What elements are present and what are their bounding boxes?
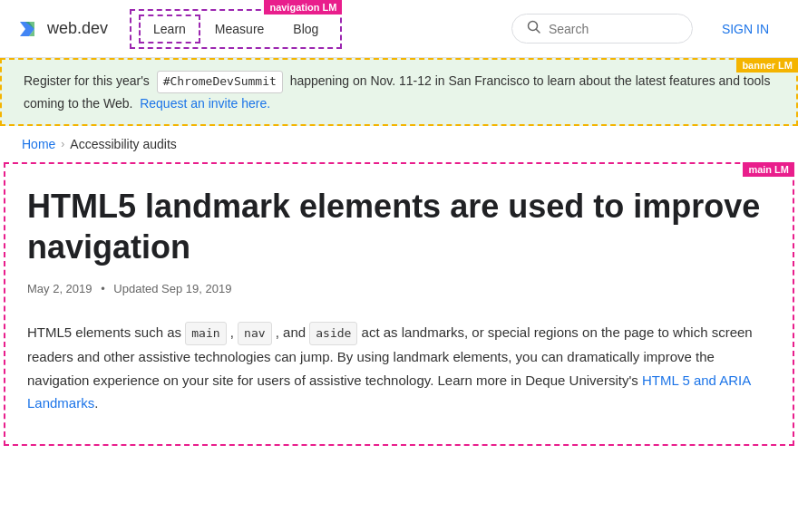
nav-measure[interactable]: Measure: [200, 15, 278, 44]
banner-hashtag: #ChromeDevSummit: [157, 71, 283, 93]
banner-text: Register for this year's #ChromeDevSummi…: [24, 71, 774, 113]
nav-blog[interactable]: Blog: [278, 15, 333, 44]
breadcrumb: Home › Accessibility audits: [0, 126, 798, 162]
article-body: HTML5 elements such as main , nav , and …: [27, 321, 771, 415]
code-aside: aside: [309, 322, 357, 345]
main-landmark-label: main LM: [743, 162, 794, 177]
breadcrumb-current: Accessibility audits: [70, 137, 177, 151]
breadcrumb-separator: ›: [61, 138, 64, 150]
svg-line-3: [536, 30, 540, 34]
breadcrumb-home[interactable]: Home: [22, 137, 55, 151]
article-date: May 2, 2019 • Updated Sep 19, 2019: [27, 282, 771, 295]
nav-learn[interactable]: Learn: [139, 15, 200, 44]
updated-date: Updated Sep 19, 2019: [113, 282, 231, 295]
search-box[interactable]: [511, 14, 693, 44]
body-intro: HTML5 elements such as: [27, 324, 181, 340]
main-nav: navigation LM Learn Measure Blog: [130, 9, 342, 49]
code-nav: nav: [238, 322, 271, 345]
publish-date: May 2, 2019: [27, 282, 92, 295]
site-header: web.dev navigation LM Learn Measure Blog…: [0, 0, 798, 58]
body-and: , and: [276, 324, 306, 340]
logo-text: web.dev: [47, 19, 108, 38]
banner-invite-link[interactable]: Request an invite here.: [140, 96, 270, 111]
search-input[interactable]: [549, 22, 676, 36]
banner-landmark-label: banner LM: [736, 58, 798, 73]
date-separator: •: [101, 282, 105, 295]
search-icon: [527, 20, 541, 37]
banner-text-before: Register for this year's: [24, 73, 150, 88]
body-end: .: [94, 395, 98, 411]
signin-button[interactable]: SIGN IN: [707, 15, 783, 44]
announcement-banner: banner LM Register for this year's #Chro…: [0, 58, 798, 126]
logo-area[interactable]: web.dev: [15, 16, 108, 42]
code-main: main: [185, 322, 226, 345]
logo-icon: [15, 16, 40, 42]
nav-landmark-label: navigation LM: [264, 0, 342, 15]
body-comma1: ,: [230, 324, 234, 340]
main-content: main LM HTML5 landmark elements are used…: [4, 162, 794, 446]
article-title: HTML5 landmark elements are used to impr…: [27, 186, 771, 267]
